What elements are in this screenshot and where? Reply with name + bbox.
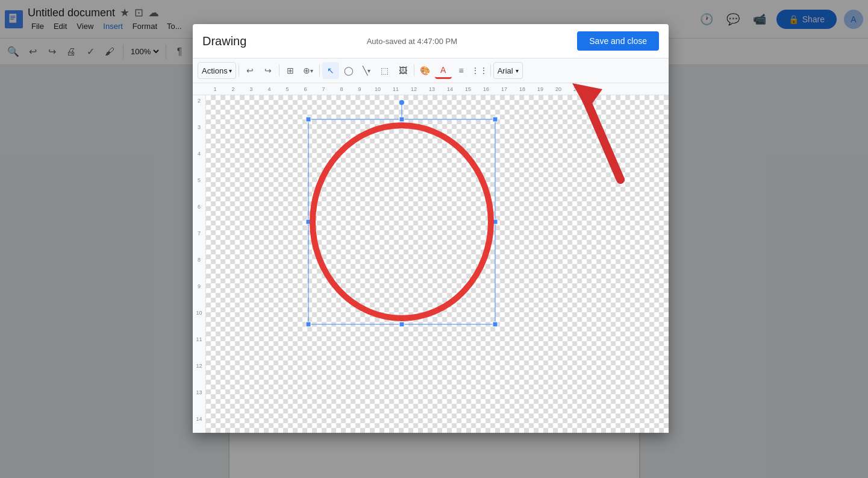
image-icon[interactable]: 🖼 [395, 62, 411, 79]
border-color-icon[interactable]: A [435, 62, 452, 79]
shapes-icon[interactable]: ◯ [340, 62, 357, 79]
align-icon[interactable]: ≡ [453, 62, 470, 79]
font-selector[interactable]: Arial ▾ [493, 62, 523, 79]
toolbar-divider-5 [490, 64, 491, 77]
fill-color-icon[interactable]: 🎨 [417, 62, 434, 79]
drawing-svg [206, 95, 669, 433]
actions-dropdown-icon: ▾ [229, 68, 232, 74]
more-icon[interactable]: ⋮⋮ [471, 62, 488, 79]
line-icon[interactable]: ╲▾ [358, 62, 375, 79]
redo-draw-icon[interactable]: ↪ [260, 62, 276, 79]
toolbar-divider-2 [279, 64, 279, 77]
svg-rect-8 [399, 117, 404, 122]
toolbar-divider-3 [319, 64, 320, 77]
font-label: Arial [498, 66, 513, 75]
actions-button[interactable]: Actions ▾ [198, 62, 236, 79]
ruler-top: 1 2 3 4 5 6 7 8 9 10 11 12 13 14 15 16 1… [193, 83, 669, 95]
svg-rect-4 [308, 119, 495, 324]
toolbar-divider-4 [414, 64, 414, 77]
canvas-container: 1 2 3 4 5 6 7 8 9 10 11 12 13 14 15 16 1… [193, 83, 669, 433]
ruler-left-numbers: 2 3 4 5 6 7 8 9 10 11 12 13 14 15 [196, 95, 202, 469]
svg-rect-7 [306, 117, 311, 122]
zoom-icon[interactable]: ⊕▾ [300, 62, 317, 79]
cursor-icon[interactable]: ↖ [322, 62, 339, 79]
svg-rect-12 [306, 322, 311, 327]
svg-point-6 [399, 100, 404, 105]
svg-rect-14 [493, 322, 498, 327]
toolbar-divider-1 [239, 64, 239, 77]
svg-rect-13 [399, 322, 404, 327]
modal-toolbar: Actions ▾ ↩ ↪ ⊞ ⊕▾ ↖ ◯ ╲▾ ⬚ 🖼 🎨 A ≡ ⋮⋮ A… [193, 58, 669, 83]
modal-header: Drawing Auto-saved at 4:47:00 PM Save an… [193, 24, 669, 58]
svg-rect-9 [493, 117, 498, 122]
actions-label: Actions [202, 66, 228, 75]
ruler-numbers-top: 1 2 3 4 5 6 7 8 9 10 11 12 13 14 15 16 1… [206, 86, 585, 92]
drawing-canvas[interactable] [206, 95, 669, 433]
font-dropdown-icon: ▾ [516, 68, 519, 74]
autosave-text: Auto-saved at 4:47:00 PM [254, 37, 570, 46]
save-close-button[interactable]: Save and close [577, 31, 659, 51]
ruler-left: 2 3 4 5 6 7 8 9 10 11 12 13 14 15 [193, 95, 206, 433]
drawing-modal: Drawing Auto-saved at 4:47:00 PM Save an… [193, 24, 669, 433]
svg-point-15 [313, 125, 491, 318]
text-box-icon[interactable]: ⬚ [376, 62, 393, 79]
modal-title: Drawing [202, 34, 246, 48]
undo-draw-icon[interactable]: ↩ [242, 62, 258, 79]
select-icon[interactable]: ⊞ [282, 62, 299, 79]
